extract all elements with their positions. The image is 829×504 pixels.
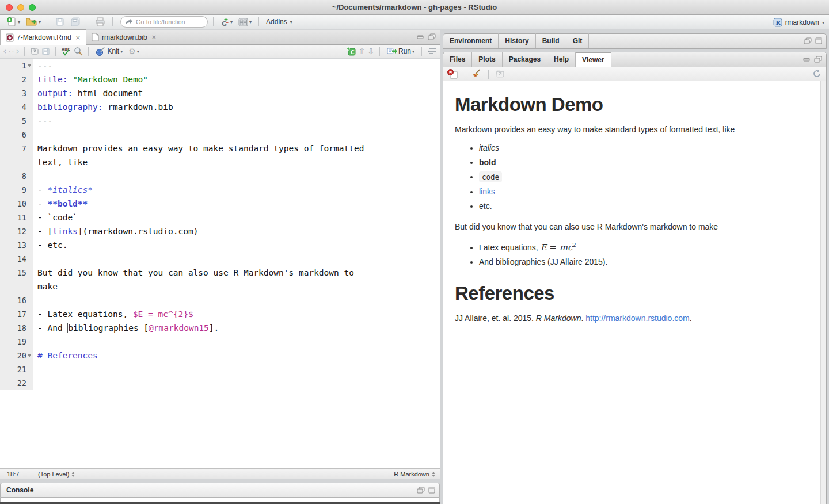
code-row[interactable]: 14 — [0, 252, 440, 266]
refresh-icon[interactable] — [812, 69, 822, 78]
code-row[interactable]: 1--- — [0, 59, 440, 72]
code-row[interactable]: 8 — [0, 169, 440, 183]
viewer-scrollbar[interactable] — [820, 81, 826, 504]
code-row[interactable]: 11- `code` — [0, 211, 440, 224]
insert-chunk-icon[interactable]: C — [346, 47, 356, 56]
export-viewer-icon[interactable] — [495, 70, 505, 78]
line-number: 20 — [0, 349, 33, 362]
panes-grid-icon — [238, 18, 248, 26]
scope-selector[interactable]: (Top Level) — [33, 471, 389, 478]
code-row[interactable]: 6 — [0, 128, 440, 142]
zoom-window-button[interactable] — [29, 4, 36, 11]
code-row[interactable]: 12- [links](rmarkdown.rstudio.com) — [0, 224, 440, 238]
maximize-pane-icon[interactable] — [814, 56, 822, 63]
restore-pane-icon[interactable] — [804, 37, 812, 44]
maximize-pane-icon[interactable] — [428, 487, 435, 494]
file-icon — [92, 33, 99, 41]
code-row[interactable]: 17- Latex equations, $E = mc^{2}$ — [0, 307, 440, 321]
run-button[interactable]: Run ▾ — [385, 45, 416, 57]
open-file-caret[interactable]: ▾ — [39, 20, 41, 25]
spellcheck-icon[interactable]: ABC — [61, 47, 71, 56]
goto-file-input[interactable] — [136, 18, 199, 25]
tab-plots[interactable]: Plots — [472, 52, 502, 67]
broom-icon[interactable] — [471, 69, 482, 79]
code-row[interactable]: 5--- — [0, 114, 440, 128]
code-row[interactable]: 20# References — [0, 349, 440, 362]
code-row[interactable]: make — [0, 280, 440, 293]
tab-git[interactable]: Git — [566, 33, 590, 48]
addins-button[interactable]: Addins ▾ — [264, 16, 294, 28]
code-row[interactable]: 22 — [0, 376, 440, 390]
toolbar-separator — [24, 47, 25, 56]
filetype-selector[interactable]: R Markdown — [389, 471, 440, 478]
minimize-pane-icon[interactable] — [803, 56, 811, 62]
code-editor[interactable]: 1---2title: "Markdown Demo"3output: html… — [0, 59, 440, 468]
svg-text:R: R — [775, 20, 781, 26]
viewer-content: Markdown Demo Markdown provides an easy … — [443, 81, 826, 504]
knit-caret[interactable]: ▾ — [120, 49, 123, 54]
tab-packages[interactable]: Packages — [503, 52, 547, 67]
maximize-pane-icon[interactable] — [428, 33, 436, 40]
version-control-button[interactable]: G ▾ — [219, 16, 234, 28]
minimize-pane-icon[interactable] — [417, 34, 424, 40]
close-tab-icon[interactable]: × — [75, 34, 81, 41]
code-row[interactable]: 15But did you know that you can also use… — [0, 266, 440, 280]
popout-window-icon[interactable] — [30, 47, 39, 55]
workspace-panes-button[interactable]: ▾ — [237, 16, 253, 28]
run-next-icon[interactable]: ⇩ — [367, 47, 374, 55]
list-item[interactable]: links — [479, 186, 809, 197]
tab-help[interactable]: Help — [547, 52, 576, 67]
code-row[interactable]: text, like — [0, 155, 440, 169]
print-button[interactable] — [93, 16, 107, 28]
code-row[interactable]: 16 — [0, 293, 440, 307]
workspace-panes-caret[interactable]: ▾ — [249, 20, 252, 25]
code-row[interactable]: 13- etc. — [0, 238, 440, 252]
close-window-button[interactable] — [6, 4, 13, 11]
settings-caret[interactable]: ▾ — [137, 49, 139, 54]
code-row[interactable]: 4bibliography: rmarkdown.bib — [0, 100, 440, 114]
fold-arrow-icon[interactable] — [26, 349, 33, 362]
viewer-pane: Files Plots Packages Help Viewer — [443, 52, 827, 504]
code-row[interactable]: 2title: "Markdown Demo" — [0, 72, 440, 86]
fold-arrow-icon[interactable] — [26, 59, 33, 72]
close-tab-icon[interactable]: × — [151, 33, 157, 41]
editor-settings-button[interactable]: ⚙ ▾ — [127, 45, 141, 57]
back-icon[interactable]: ⇦ — [3, 47, 10, 55]
code-row[interactable]: 18- And bibliographies [@rmarkdown15]. — [0, 321, 440, 335]
tab-7-markdown-rmd[interactable]: 7-Markdown.Rmd × — [0, 29, 86, 45]
tab-rmarkdown-bib[interactable]: rmarkdown.bib × — [86, 30, 162, 44]
code-row[interactable]: 3output: html_document — [0, 86, 440, 100]
toolbar-separator — [465, 70, 465, 79]
search-icon[interactable] — [74, 47, 83, 56]
save-button[interactable] — [54, 16, 66, 28]
rerun-icon[interactable] — [427, 48, 436, 55]
minimize-window-button[interactable] — [17, 4, 24, 11]
clear-viewer-icon[interactable] — [447, 69, 458, 79]
version-control-caret[interactable]: ▾ — [230, 20, 233, 25]
goto-file-search[interactable] — [120, 16, 208, 28]
open-file-button[interactable]: ▾ — [24, 16, 43, 28]
new-file-button[interactable]: ▾ — [5, 16, 22, 28]
tab-build[interactable]: Build — [536, 33, 566, 48]
tab-viewer[interactable]: Viewer — [576, 52, 611, 67]
code-row[interactable]: 10- **bold** — [0, 197, 440, 211]
code-row[interactable]: 21 — [0, 362, 440, 376]
tab-files[interactable]: Files — [443, 52, 472, 67]
knit-button[interactable]: Knit ▾ — [94, 45, 124, 57]
forward-icon[interactable]: ⇨ — [13, 47, 20, 55]
save-icon[interactable] — [41, 47, 50, 56]
tab-history[interactable]: History — [499, 33, 535, 48]
code-row[interactable]: 19 — [0, 335, 440, 349]
reference-link[interactable]: http://rmarkdown.rstudio.com — [585, 314, 690, 323]
maximize-pane-icon[interactable] — [815, 37, 822, 44]
code-row[interactable]: 7Markdown provides an easy way to make s… — [0, 142, 440, 155]
tab-environment[interactable]: Environment — [443, 33, 499, 48]
project-menu-button[interactable]: R rmarkdown ▾ — [773, 17, 824, 28]
console-header[interactable]: Console — [0, 483, 440, 498]
run-caret[interactable]: ▾ — [412, 49, 414, 54]
code-row[interactable]: 9- *italics* — [0, 183, 440, 197]
new-file-caret[interactable]: ▾ — [18, 20, 20, 25]
run-previous-icon[interactable]: ⇧ — [359, 47, 366, 55]
save-all-button[interactable] — [69, 16, 82, 28]
restore-pane-icon[interactable] — [417, 487, 425, 494]
